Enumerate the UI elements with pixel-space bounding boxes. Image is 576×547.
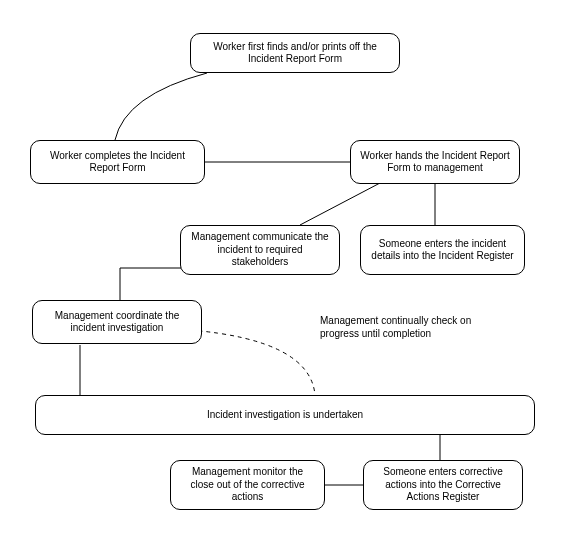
node-label: Worker completes the Incident Report For…: [39, 150, 196, 175]
node-monitor-closeout: Management monitor the close out of the …: [170, 460, 325, 510]
node-label: Someone enters the incident details into…: [369, 238, 516, 263]
node-label: Incident investigation is undertaken: [207, 409, 363, 422]
node-label: Worker hands the Incident Report Form to…: [359, 150, 511, 175]
edge-n6-n7-dashed: [190, 330, 315, 395]
node-label: Management coordinate the incident inves…: [41, 310, 193, 335]
annotation-continual-check: Management continually check on progress…: [320, 315, 500, 340]
flowchart-stage: Worker first finds and/or prints off the…: [0, 0, 576, 547]
annotation-text: Management continually check on progress…: [320, 315, 471, 339]
node-label: Someone enters corrective actions into t…: [372, 466, 514, 504]
node-find-print-form: Worker first finds and/or prints off the…: [190, 33, 400, 73]
node-enter-incident-register: Someone enters the incident details into…: [360, 225, 525, 275]
node-label: Management monitor the close out of the …: [179, 466, 316, 504]
node-enter-corrective-actions: Someone enters corrective actions into t…: [363, 460, 523, 510]
node-hand-to-management: Worker hands the Incident Report Form to…: [350, 140, 520, 184]
node-label: Worker first finds and/or prints off the…: [199, 41, 391, 66]
node-coordinate-investigation: Management coordinate the incident inves…: [32, 300, 202, 344]
node-complete-form: Worker completes the Incident Report For…: [30, 140, 205, 184]
node-communicate-stakeholders: Management communicate the incident to r…: [180, 225, 340, 275]
node-investigation-undertaken: Incident investigation is undertaken: [35, 395, 535, 435]
node-label: Management communicate the incident to r…: [189, 231, 331, 269]
edge-n1-n2: [115, 73, 207, 140]
edge-n3-n4: [300, 183, 380, 225]
